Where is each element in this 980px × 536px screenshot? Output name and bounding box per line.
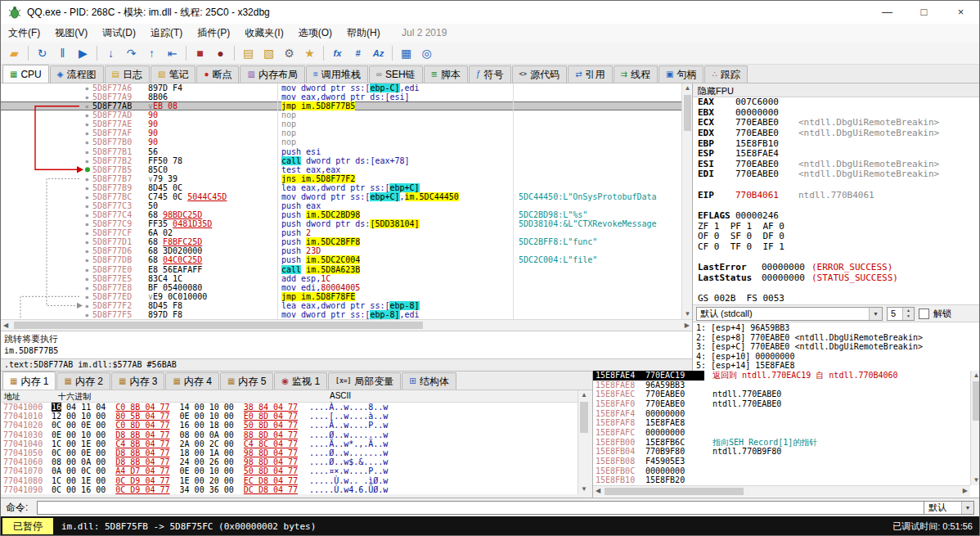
scrollbar-thumb[interactable] — [605, 488, 744, 495]
memory-row[interactable]: 770410900C 00 16 00 0C D9 04 77 34 00 36… — [1, 485, 578, 494]
disasm-row[interactable]: ●5D8F77B98D45 0Clea eax,dword ptr ss:[eb… — [1, 183, 681, 192]
tab-memory-map[interactable]: ▥内存布局 — [240, 65, 304, 83]
disasm-row[interactable]: ●5D8F77DB68 04C0C25Dpush im.5DC2C0045DC2… — [1, 255, 681, 264]
tab-watch-1[interactable]: ◉监视 1 — [274, 372, 327, 390]
stack-row[interactable]: 15E8FAFC00000000 — [593, 428, 970, 438]
disasm-row[interactable]: ●5D8F77ED∨E9 0C010000jmp im.5D8F78FE — [1, 292, 681, 301]
unlock-checkbox[interactable] — [919, 309, 929, 319]
scrollbar-thumb[interactable] — [973, 381, 980, 421]
menu-item[interactable]: 调试(D) — [95, 24, 143, 43]
menu-item[interactable]: 插件(P) — [190, 24, 237, 43]
tab-dump-2[interactable]: ▦内存 2 — [56, 372, 110, 390]
maximize-button[interactable]: □ — [906, 1, 942, 24]
disasm-row[interactable]: ●5D8F77BCC745 0C 5044C45Dmov dword ptr s… — [1, 192, 681, 201]
memory-row[interactable]: 770410801C 00 1E 00 0C D9 04 77 1E 00 20… — [1, 476, 578, 485]
log-button[interactable]: ▤ — [238, 44, 258, 62]
scrollbar-thumb[interactable] — [14, 322, 423, 329]
argument-row[interactable]: 2: [esp+8] 770EABE0 <ntdll.DbgUiRemoteBr… — [693, 333, 980, 343]
argument-row[interactable]: 5: [esp+14] 15E8FAE8 — [693, 361, 980, 371]
disasm-row[interactable]: ●5D8F77F28D45 F8lea eax,dword ptr ss:[eb… — [1, 301, 681, 310]
disasm-row[interactable]: ●5D8F77B585C0test eax,eax — [1, 165, 681, 174]
memory-dump-rows[interactable]: 7704100016 04 11 04 C0 8B 04 77 14 00 10… — [1, 403, 578, 494]
disasm-row[interactable]: ●5D8F77B156push esi — [1, 147, 681, 156]
command-type-dropdown[interactable]: 默认 ▼ — [924, 501, 974, 515]
title-bar[interactable]: QQ.exe - PID: 268C - 模块: im.dll - 线程: 25… — [1, 1, 979, 25]
disasm-row[interactable]: ●5D8F77CF6A 02push 2 — [1, 228, 681, 237]
memory-row[interactable]: 7704101012 00 10 00 80 5B 04 77 0E 00 10… — [1, 412, 578, 421]
disasm-row[interactable]: ●5D8F77C350push eax — [1, 201, 681, 210]
stack-row[interactable]: 15E8FB08F45905E3 — [593, 457, 970, 466]
stack-horizontal-scrollbar[interactable]: ◀ ▶ — [593, 485, 970, 497]
scroll-down-arrow[interactable]: ▼ — [578, 484, 590, 494]
memory-row[interactable]: 770410500C 00 0E 00 D8 8B 04 77 18 00 1A… — [1, 448, 578, 457]
disasm-row[interactable]: ●5D8F77E8BF 05400080mov edi,80004005 — [1, 283, 681, 292]
hash-button[interactable]: # — [348, 44, 368, 62]
memory-row[interactable]: 7704106008 00 0A 00 D8 8B 04 77 24 00 26… — [1, 457, 578, 466]
calling-convention-select[interactable]: 默认 (stdcall) ▼ — [696, 307, 883, 321]
chevron-down-icon[interactable]: ▼ — [869, 308, 882, 320]
tab-handles[interactable]: ▣句柄 — [659, 65, 704, 83]
stack-panel[interactable]: 15E8FAE4770EAC19返回到 ntdll.770EAC19 自 ntd… — [592, 371, 980, 498]
scroll-down-arrow[interactable]: ▼ — [971, 475, 980, 485]
hide-fpu-button[interactable]: 隐藏FPU — [693, 83, 980, 97]
argument-count-stepper[interactable]: 5 ▲▼ — [887, 307, 915, 321]
scroll-left-arrow[interactable]: ◀ — [596, 486, 600, 496]
functions-fx-button[interactable]: fx — [327, 44, 348, 62]
chevron-down-icon[interactable]: ▼ — [961, 502, 973, 514]
spinner-arrows-icon[interactable]: ▲▼ — [902, 308, 914, 320]
scrollbar-thumb[interactable] — [684, 95, 691, 131]
breakpoints-button[interactable]: ● — [210, 44, 231, 62]
scroll-right-arrow[interactable]: ▶ — [685, 321, 690, 331]
scroll-up-arrow[interactable]: ▲ — [971, 371, 980, 381]
memory-row[interactable]: 770410401C 00 1E 00 C4 8B 04 77 2A 00 2C… — [1, 439, 578, 448]
memory-row[interactable]: 770410300E 00 10 00 D8 8B 04 77 08 00 0A… — [1, 430, 578, 439]
register-row[interactable]: EDI770EABE0<ntdll.DbgUiRemoteBreakin> — [693, 169, 980, 180]
disasm-row[interactable]: ●5D8F77A6897D F4mov dword ptr ss:[ebp-C]… — [1, 83, 681, 92]
disasm-row[interactable]: ●5D8F77AF90nop — [1, 128, 681, 137]
stack-row[interactable]: 15E8FAE896A59BB3 — [593, 381, 970, 390]
memory-row[interactable]: 7704100016 04 11 04 C0 8B 04 77 14 00 10… — [1, 403, 578, 412]
disasm-row[interactable]: ●5D8F77E583C4 1Cadd esp,1C — [1, 274, 681, 283]
disassembly-view[interactable]: ●5D8F77A6897D F4mov dword ptr ss:[ebp-C]… — [1, 83, 681, 319]
memory-chip-button[interactable]: ▦ — [396, 44, 416, 62]
tab-threads[interactable]: ⇉线程 — [614, 65, 658, 83]
step-into-button[interactable]: ↓ — [101, 44, 121, 62]
tab-call-stack[interactable]: ≡调用堆栈 — [306, 65, 368, 83]
tab-graph[interactable]: ◈流程图 — [50, 65, 104, 83]
menu-item[interactable]: 帮助(H) — [339, 24, 388, 43]
stack-row[interactable]: 15E8FAF815E8FAE8 — [593, 418, 970, 428]
menu-item[interactable]: 文件(F) — [1, 24, 47, 43]
tab-source[interactable]: <>源代码 — [512, 65, 568, 83]
tab-dump-4[interactable]: ▦内存 4 — [165, 372, 218, 390]
disasm-row[interactable]: ●5D8F77AB∨EB 08jmp im.5D8F77B5 — [1, 101, 681, 110]
register-row[interactable]: GS 002B FS 0053 — [693, 294, 980, 304]
execute-till-return-button[interactable]: ⇤ — [162, 44, 182, 62]
stack-row[interactable]: 15E8FAF0770EABE0ntdll.770EABE0 — [593, 399, 970, 409]
argument-row[interactable]: 3: [esp+C] 770EABE0 <ntdll.DbgUiRemoteBr… — [693, 342, 980, 352]
notes-button[interactable]: ▧ — [258, 44, 279, 62]
stack-vertical-scrollbar[interactable]: ▲ ▼ — [970, 371, 980, 485]
stack-row[interactable]: 15E8FB0015E8FB6C指向SEH_Record[1]的指针 — [593, 438, 970, 448]
tab-trace[interactable]: ∴跟踪 — [704, 65, 747, 83]
stack-row[interactable]: 15E8FB04770B9F80ntdll.770B9F80 — [593, 447, 970, 457]
scroll-left-arrow[interactable]: ◀ — [3, 321, 8, 331]
disasm-row[interactable]: ●5D8F77B2FF50 78call dword ptr ds:[eax+7… — [1, 156, 681, 165]
argument-row[interactable]: 4: [esp+10] 00000000 — [693, 352, 980, 362]
case-az-button[interactable]: Az — [368, 44, 389, 62]
minimize-button[interactable]: — — [869, 1, 906, 24]
tab-notes[interactable]: ▧笔记 — [151, 65, 196, 83]
step-over-button[interactable]: ↷ — [121, 44, 142, 62]
run-button[interactable]: ▶ — [73, 44, 93, 62]
disasm-row[interactable]: ●5D8F77A98B06mov eax,dword ptr ds:[esi] — [1, 92, 681, 101]
register-row[interactable]: LastError00000000(ERROR_SUCCESS) — [693, 263, 980, 273]
stop-button[interactable]: ■ — [190, 44, 210, 62]
tab-dump-1[interactable]: ▦内存 1 — [2, 372, 56, 390]
register-row[interactable]: EIP770B4061ntdll.770B4061 — [693, 191, 980, 201]
disasm-row[interactable]: ●5D8F77D668 3D020000push 23D — [1, 246, 681, 255]
scroll-up-arrow[interactable]: ▲ — [578, 390, 590, 400]
menu-item[interactable]: 选项(O) — [291, 24, 339, 43]
tab-seh[interactable]: ∞SEH链 — [369, 65, 423, 83]
register-row[interactable]: LastStatus00000000(STATUS_SUCCESS) — [693, 273, 980, 284]
tab-locals[interactable]: [x=]局部变量 — [328, 372, 401, 390]
tab-dump-5[interactable]: ▦内存 5 — [220, 372, 273, 390]
